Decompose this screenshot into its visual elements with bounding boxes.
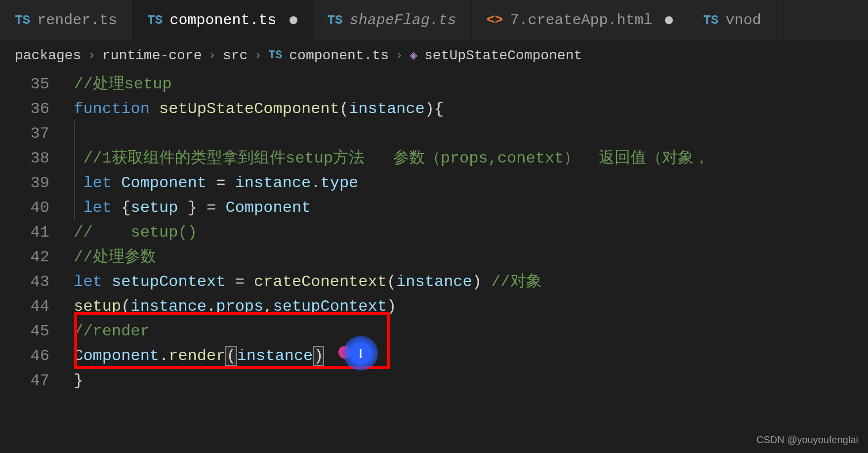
tab-vnode[interactable]: TS vnod	[688, 0, 776, 40]
line-gutter: 35 36 37 38 39 40 41 42 43 44 45 46 47	[0, 72, 64, 393]
breadcrumb-symbol[interactable]: setUpStateComponent	[424, 48, 582, 63]
tab-component[interactable]: TS component.ts	[132, 0, 312, 40]
line-number: 45	[0, 319, 49, 344]
line-number: 41	[0, 220, 49, 245]
code-editor[interactable]: 35 36 37 38 39 40 41 42 43 44 45 46 47 /…	[0, 70, 868, 393]
chevron-right-icon: ›	[88, 49, 95, 62]
code-line[interactable]: //1获取组件的类型拿到组件setup方法 参数（props,conetxt） …	[64, 146, 868, 171]
tab-render[interactable]: TS render.ts	[0, 0, 132, 40]
line-number: 37	[0, 122, 49, 146]
breadcrumb-file[interactable]: component.ts	[289, 48, 389, 63]
ts-icon: TS	[15, 13, 30, 28]
line-number: 44	[0, 294, 49, 319]
line-number: 42	[0, 245, 49, 270]
tab-label: 7.createApp.html	[510, 12, 652, 29]
tab-createapp[interactable]: <> 7.createApp.html	[472, 0, 689, 40]
ts-icon: TS	[269, 49, 283, 62]
line-number: 47	[0, 369, 49, 393]
ts-icon: TS	[328, 13, 343, 28]
chevron-right-icon: ›	[396, 49, 403, 62]
dirty-indicator-icon	[665, 16, 673, 24]
ts-icon: TS	[147, 13, 163, 28]
code-line[interactable]: }	[64, 369, 868, 393]
code-line[interactable]: // setup()	[64, 220, 868, 245]
code-line[interactable]: //处理参数	[64, 245, 868, 270]
code-area[interactable]: //处理setup function setUpStateComponent(i…	[64, 72, 868, 393]
code-line[interactable]: //render	[64, 319, 868, 344]
code-line[interactable]: Component.render(instance)	[64, 344, 868, 369]
tab-label: component.ts	[169, 12, 276, 29]
code-line[interactable]	[64, 122, 868, 146]
ts-icon: TS	[703, 13, 718, 28]
code-line[interactable]: let Component = instance.type	[64, 171, 868, 196]
dirty-indicator-icon	[289, 16, 297, 24]
tab-label: vnod	[726, 12, 761, 29]
code-line[interactable]: let setupContext = crateConentext(instan…	[64, 270, 868, 294]
tab-label: render.ts	[37, 12, 117, 29]
code-line[interactable]: setup(instance.props,setupContext)	[64, 294, 868, 319]
line-number: 36	[0, 97, 49, 122]
symbol-icon: ◈	[410, 47, 417, 63]
chevron-right-icon: ›	[208, 49, 215, 62]
breadcrumb-part[interactable]: src	[223, 48, 248, 63]
line-number: 39	[0, 171, 49, 196]
line-number: 46	[0, 344, 49, 369]
tab-label: shapeFlag.ts	[350, 12, 456, 29]
html-icon: <>	[487, 12, 503, 28]
breadcrumb[interactable]: packages › runtime-core › src › TS compo…	[0, 41, 868, 70]
chevron-right-icon: ›	[254, 49, 261, 62]
line-number: 40	[0, 196, 49, 220]
breadcrumb-part[interactable]: runtime-core	[102, 48, 202, 63]
code-line[interactable]: //处理setup	[64, 72, 868, 97]
tab-bar: TS render.ts TS component.ts TS shapeFla…	[0, 0, 868, 41]
code-line[interactable]: let {setup } = Component	[64, 196, 868, 220]
code-line[interactable]: function setUpStateComponent(instance){	[64, 97, 868, 122]
breadcrumb-part[interactable]: packages	[15, 48, 81, 63]
watermark: CSDN @youyoufenglai	[756, 434, 858, 446]
line-number: 43	[0, 270, 49, 294]
tab-shapeflag[interactable]: TS shapeFlag.ts	[313, 0, 472, 40]
line-number: 38	[0, 146, 49, 171]
line-number: 35	[0, 72, 49, 97]
